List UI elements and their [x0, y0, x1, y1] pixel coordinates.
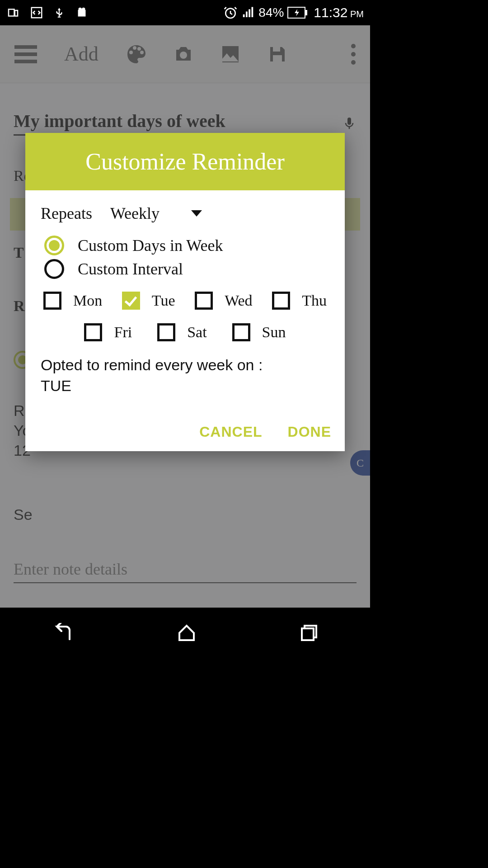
signal-icon — [241, 6, 255, 19]
customize-reminder-dialog: Customize Reminder Repeats Weekly Custom… — [25, 133, 345, 451]
repeats-dropdown[interactable]: Weekly — [110, 204, 202, 223]
checkbox-icon — [84, 323, 102, 341]
radio-custom-interval[interactable]: Custom Interval — [44, 259, 329, 279]
usb-icon — [53, 6, 65, 19]
status-left-icons — [6, 6, 89, 19]
summary-text: Opted to remind every week on : TUE — [41, 355, 329, 396]
home-icon[interactable] — [177, 623, 197, 643]
radio-label: Custom Days in Week — [78, 236, 223, 255]
radio-custom-days[interactable]: Custom Days in Week — [44, 236, 329, 255]
checkbox-icon — [195, 292, 213, 310]
days-grid: Mon Tue Wed Thu Fri — [41, 292, 329, 341]
checkbox-icon — [122, 292, 140, 310]
status-right: 84% 11:32 PM — [223, 5, 364, 20]
checkbox-icon — [232, 323, 250, 341]
checkbox-icon — [272, 292, 290, 310]
svg-point-2 — [82, 8, 85, 11]
code-icon — [30, 6, 43, 19]
day-fri[interactable]: Fri — [84, 323, 132, 341]
radio-icon — [44, 259, 64, 279]
day-mon[interactable]: Mon — [43, 292, 102, 310]
chevron-down-icon — [191, 210, 202, 217]
checkbox-icon — [157, 323, 175, 341]
battery-percent: 84% — [258, 5, 284, 20]
cancel-button[interactable]: CANCEL — [199, 424, 262, 440]
nav-bar — [0, 608, 370, 658]
day-tue[interactable]: Tue — [122, 292, 175, 310]
dialog-title: Customize Reminder — [25, 133, 345, 190]
svg-rect-10 — [302, 628, 314, 640]
day-sun[interactable]: Sun — [232, 323, 286, 341]
status-bar: 84% 11:32 PM — [0, 0, 370, 25]
svg-point-1 — [79, 8, 82, 11]
day-sat[interactable]: Sat — [157, 323, 206, 341]
day-wed[interactable]: Wed — [195, 292, 252, 310]
radio-icon — [44, 236, 64, 255]
clock-time: 11:32 PM — [314, 5, 364, 20]
repeats-label: Repeats — [41, 204, 92, 223]
checkbox-icon — [43, 292, 61, 310]
android-icon — [75, 6, 89, 19]
alarm-icon — [223, 5, 238, 20]
done-button[interactable]: DONE — [288, 424, 331, 440]
battery-icon — [287, 7, 307, 19]
radio-label: Custom Interval — [78, 259, 183, 278]
repeats-value: Weekly — [110, 204, 160, 223]
day-thu[interactable]: Thu — [272, 292, 327, 310]
svg-rect-5 — [305, 10, 307, 15]
back-icon[interactable] — [52, 623, 74, 643]
devices-icon — [6, 6, 20, 19]
recent-apps-icon[interactable] — [299, 623, 319, 643]
